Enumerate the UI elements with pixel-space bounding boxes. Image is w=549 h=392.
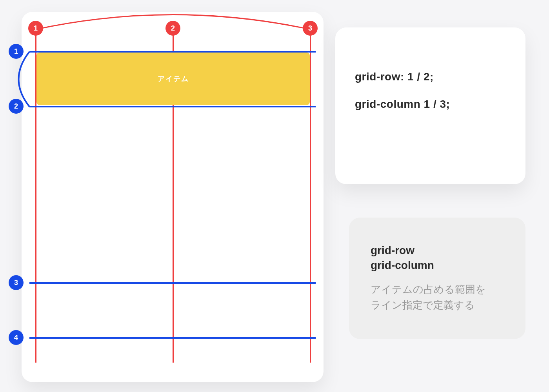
- row-marker-2: 2: [9, 99, 24, 114]
- grid-item: アイテム: [36, 53, 310, 105]
- info-title-line: grid-column: [371, 259, 434, 271]
- column-marker-1: 1: [28, 21, 43, 36]
- marker-label: 1: [34, 24, 38, 33]
- column-marker-3: 3: [303, 21, 318, 36]
- marker-label: 1: [14, 47, 18, 56]
- grid-diagram-card: アイテム 1 2 3 1 2 3 4: [22, 12, 324, 382]
- marker-label: 3: [14, 279, 18, 287]
- row-marker-3: 3: [9, 275, 24, 290]
- grid-item-label: アイテム: [158, 74, 189, 83]
- code-line-grid-column: grid-column 1 / 3;: [355, 98, 506, 111]
- code-line-grid-row: grid-row: 1 / 2;: [355, 71, 506, 83]
- marker-label: 2: [171, 24, 175, 33]
- info-description: アイテムの占める範囲を ライン指定で定義する: [371, 281, 508, 313]
- grid-stage: アイテム 1 2 3 1 2 3 4: [22, 12, 324, 382]
- marker-label: 2: [14, 102, 18, 111]
- row-line-4: [29, 337, 316, 339]
- info-title: grid-row grid-column: [371, 243, 508, 273]
- row-marker-4: 4: [9, 330, 24, 345]
- info-title-line: grid-row: [371, 244, 414, 256]
- marker-label: 4: [14, 334, 18, 342]
- column-marker-2: 2: [165, 21, 180, 36]
- row-marker-1: 1: [9, 44, 24, 59]
- info-desc-line: アイテムの占める範囲を: [371, 283, 486, 295]
- row-line-2: [29, 106, 316, 107]
- marker-label: 3: [308, 24, 312, 33]
- info-desc-line: ライン指定で定義する: [371, 299, 475, 311]
- info-card: grid-row grid-column アイテムの占める範囲を ライン指定で定…: [349, 218, 525, 339]
- column-line-3: [310, 28, 311, 363]
- css-code-card: grid-row: 1 / 2; grid-column 1 / 3;: [335, 27, 525, 184]
- row-line-3: [29, 282, 316, 284]
